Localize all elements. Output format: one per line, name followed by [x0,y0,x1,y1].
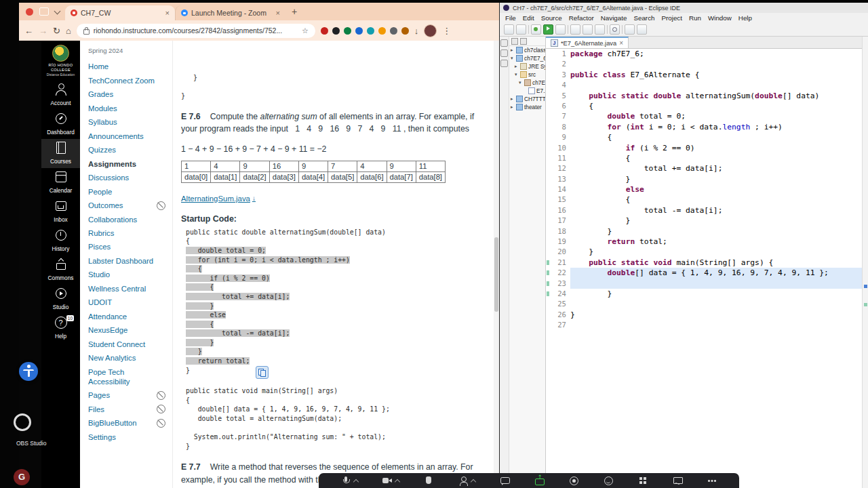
course-nav-item[interactable]: Home [88,60,172,73]
code-line[interactable]: public class E7_6Alternate { [570,70,862,80]
collapse-all-icon[interactable] [511,38,518,45]
code-line[interactable] [570,279,862,289]
extension-icon[interactable] [321,27,328,35]
alternating-sum-file-link[interactable]: AlternatingSum.java ↓ [181,195,256,203]
expand-arrow-icon[interactable]: ▾ [511,56,515,61]
expand-arrow-icon[interactable]: ▸ [515,64,519,69]
menu-item[interactable]: Help [735,14,755,22]
code-line[interactable]: { [570,132,862,142]
toolbar-icon[interactable] [607,25,608,34]
zoom-button[interactable] [497,473,512,488]
zoom-button[interactable] [705,473,719,488]
extension-icon[interactable] [401,27,409,35]
zoom-button[interactable] [456,473,477,488]
course-nav-item[interactable]: Quizzes [88,143,172,157]
package-explorer-item[interactable]: ▸ theater [509,103,545,111]
course-nav-item[interactable]: Announcements [88,129,172,142]
course-nav-item[interactable]: Grades [88,87,172,101]
code-line[interactable]: public static void main(String[] args) { [570,258,862,268]
course-nav-item[interactable]: Rubrics [88,226,172,240]
package-explorer-item[interactable]: ▸ CH7TTTPro... [509,95,545,103]
page-scrollbar[interactable] [494,41,499,488]
overview-ruler[interactable] [862,37,868,488]
scrollbar-thumb[interactable] [494,237,498,312]
chevron-up-icon[interactable] [471,479,476,484]
expand-arrow-icon[interactable]: ▾ [515,72,519,77]
toolbar-icon[interactable] [625,24,635,35]
zoom-button[interactable] [601,473,616,488]
tab-close-icon[interactable]: × [619,39,623,47]
package-explorer-item[interactable]: ▸ ch7classPra... [509,46,545,54]
extension-icon[interactable] [367,27,374,35]
code-line[interactable] [570,320,862,330]
expand-arrow-icon[interactable]: ▾ [519,80,523,85]
startup-code-block[interactable]: public static double alternatingSum(doub… [181,228,488,376]
course-nav-item[interactable]: Studio [88,268,172,281]
zoom-button[interactable] [532,473,547,488]
course-nav-item[interactable]: Pages [88,388,172,402]
expand-arrow-icon[interactable]: ▸ [511,47,515,53]
code-line[interactable]: } [570,226,862,237]
code-line[interactable]: } [570,310,862,320]
toolbar-icon[interactable] [595,24,605,35]
course-nav-item[interactable]: Student Connect [88,338,172,351]
bookmark-star-icon[interactable]: ☆ [302,26,309,35]
global-nav-item[interactable]: History [41,226,80,256]
extension-icon[interactable] [344,27,351,35]
course-nav-item[interactable]: TechConnect Zoom [88,73,172,87]
course-nav-item[interactable]: Wellness Central [88,282,172,296]
code-line[interactable] [570,59,862,69]
menu-item[interactable]: Edit [519,14,538,22]
browser-menu-icon[interactable]: ⋮ [442,26,451,35]
zoom-button[interactable] [635,473,650,488]
extension-icon[interactable] [332,27,340,35]
course-nav-item[interactable]: Discussions [88,171,172,184]
course-nav-item[interactable]: Outcomes [88,199,172,212]
code-line[interactable]: { [570,195,862,205]
package-explorer-item[interactable]: ▾ ch7E... [509,79,545,87]
overview-marker[interactable] [864,303,867,306]
chevron-up-icon[interactable] [353,479,359,484]
overview-marker[interactable] [864,285,867,288]
main-code-block[interactable]: public static void main(String[] args){ … [181,387,488,451]
menu-item[interactable]: Navigate [597,14,631,22]
toolbar-icon[interactable] [622,25,623,34]
course-nav-item[interactable]: Pope Tech Accessibility [88,365,172,389]
back-button[interactable]: ← [24,26,33,35]
code-line[interactable] [570,80,862,90]
code-line[interactable]: double total = 0; [570,111,862,121]
code-line[interactable]: if (i % 2 == 0) [570,143,862,153]
new-tab-button[interactable]: + [292,6,297,17]
downloads-icon[interactable]: ↓ [414,26,419,35]
code-line[interactable]: public static double alternatingSum(doub… [570,91,862,101]
toolbar-icon[interactable] [555,24,566,35]
course-nav-item[interactable]: UDOIT [88,296,172,309]
expand-arrow-icon[interactable]: ▸ [511,104,515,110]
package-explorer-item[interactable]: ▾ src [509,70,545,79]
menu-item[interactable]: Search [630,14,658,22]
course-nav-item[interactable]: BigBlueButton [88,416,172,430]
global-nav-item[interactable]: Account [41,81,80,110]
global-nav-item[interactable]: 10 Help [41,314,80,343]
toolbar-icon[interactable] [570,24,580,35]
code-line[interactable]: { [570,101,862,111]
toolbar-icon[interactable] [528,25,529,34]
zoom-button[interactable] [670,473,685,488]
home-button[interactable]: ⌂ [66,26,71,35]
forward-button[interactable]: → [39,26,47,35]
code-line[interactable]: } [570,216,862,226]
course-nav-item[interactable]: Files [88,403,172,416]
tab-search-chevron-icon[interactable] [54,7,61,14]
extension-icon[interactable] [378,27,386,35]
tab-close-icon[interactable]: × [276,9,280,17]
chevron-up-icon[interactable] [395,479,400,484]
code-line[interactable]: } [570,174,862,184]
menu-item[interactable]: Source [538,14,566,22]
course-nav-item[interactable]: Pisces [88,240,172,253]
college-logo[interactable]: RÍO HONDO COLLEGE Distance Education [41,45,80,77]
global-nav-item[interactable]: Courses [41,139,80,168]
course-nav-item[interactable]: NexusEdge [88,323,172,337]
view-menu-icon[interactable] [520,38,527,45]
toolbar-icon[interactable] [531,24,541,35]
package-explorer-item[interactable]: E7... [509,87,545,95]
